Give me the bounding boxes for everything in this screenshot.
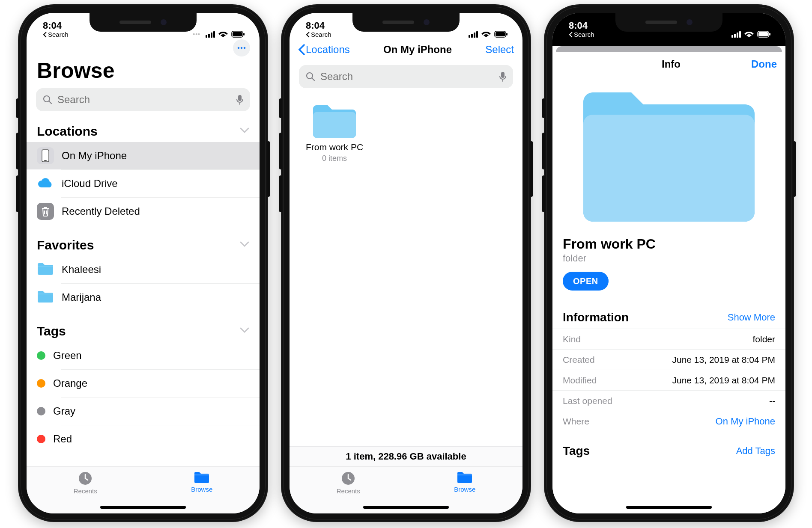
tag-item[interactable]: Red [27, 425, 260, 453]
search-field[interactable] [299, 65, 513, 88]
folder-icon [37, 290, 54, 305]
search-input[interactable] [57, 94, 231, 106]
svg-rect-8 [238, 95, 242, 101]
more-button[interactable] [233, 39, 250, 56]
tags-header: Tags [37, 324, 66, 338]
svg-point-4 [241, 47, 243, 49]
folder-icon [194, 471, 210, 484]
wifi-icon [481, 31, 491, 38]
tag-item[interactable]: Green [27, 342, 260, 369]
tab-recents[interactable]: Recents [74, 471, 97, 495]
battery-icon [494, 31, 508, 38]
more-dots-icon: ••• [193, 31, 200, 38]
location-icloud-drive[interactable]: iCloud Drive [27, 170, 260, 197]
cellular-icon [731, 31, 741, 38]
tag-dot-icon [37, 379, 45, 388]
clock-icon [78, 471, 93, 486]
chevron-down-icon[interactable] [240, 241, 249, 249]
chevron-down-icon[interactable] [240, 128, 249, 135]
open-button[interactable]: OPEN [563, 272, 609, 291]
svg-line-7 [49, 101, 51, 104]
svg-rect-21 [457, 475, 472, 475]
home-indicator[interactable] [363, 506, 449, 509]
folder-preview-icon [575, 85, 763, 230]
back-button[interactable]: Locations [298, 44, 350, 56]
search-icon [306, 72, 315, 81]
svg-rect-14 [496, 32, 505, 36]
page-title: Browse [27, 56, 260, 88]
cellular-icon [206, 31, 215, 38]
folder-item[interactable]: From work PC 0 items [298, 103, 371, 163]
tag-dot-icon [37, 407, 45, 415]
svg-rect-15 [506, 33, 508, 36]
mic-icon[interactable] [499, 71, 506, 82]
search-input[interactable] [320, 71, 494, 83]
cloud-icon [37, 175, 54, 192]
chevron-left-icon [298, 44, 305, 55]
search-icon [43, 95, 52, 104]
select-button[interactable]: Select [485, 44, 514, 56]
folder-icon [457, 471, 473, 484]
sheet-title: Info [591, 58, 751, 70]
tab-browse[interactable]: Browse [191, 471, 212, 493]
cellular-icon [469, 31, 478, 38]
show-more-link[interactable]: Show More [728, 312, 775, 323]
nav-title: On My iPhone [350, 44, 486, 56]
svg-rect-18 [501, 72, 505, 78]
svg-rect-10 [44, 160, 47, 161]
svg-point-16 [307, 73, 313, 79]
svg-rect-25 [583, 115, 755, 222]
tag-dot-icon [37, 435, 45, 443]
status-back-link[interactable]: Search [306, 31, 331, 38]
status-time: 8:04 [43, 21, 69, 30]
wifi-icon [744, 31, 754, 38]
status-time: 8:04 [569, 21, 594, 30]
svg-rect-2 [243, 33, 245, 36]
folder-icon [310, 103, 358, 140]
favorite-item[interactable]: Marijana [27, 284, 260, 311]
done-button[interactable]: Done [751, 58, 777, 70]
iphone-icon [37, 147, 54, 164]
favorite-item[interactable]: Khaleesi [27, 256, 260, 283]
location-on-my-iphone[interactable]: On My iPhone [27, 142, 260, 169]
information-header: Information [563, 311, 629, 324]
tag-dot-icon [37, 351, 45, 360]
svg-rect-9 [42, 150, 49, 162]
battery-icon [231, 31, 245, 38]
clock-icon [341, 471, 355, 486]
svg-rect-23 [758, 32, 768, 36]
item-kind: folder [563, 253, 775, 264]
battery-icon [757, 31, 771, 38]
locations-header: Locations [37, 124, 98, 139]
storage-status: 1 item, 228.96 GB available [290, 446, 522, 466]
svg-rect-24 [769, 33, 770, 36]
svg-rect-12 [194, 475, 209, 475]
info-row-last-opened: Last opened-- [552, 390, 785, 411]
info-row-modified: ModifiedJune 13, 2019 at 8:04 PM [552, 370, 785, 390]
add-tags-link[interactable]: Add Tags [736, 445, 775, 457]
tab-browse[interactable]: Browse [454, 471, 475, 493]
tab-recents[interactable]: Recents [337, 471, 360, 495]
tags-header: Tags [563, 444, 590, 458]
status-time: 8:04 [306, 21, 331, 30]
svg-rect-1 [233, 32, 242, 36]
status-back-link[interactable]: Search [43, 31, 69, 38]
info-row-created: CreatedJune 13, 2019 at 8:04 PM [552, 349, 785, 370]
search-field[interactable] [36, 88, 250, 111]
svg-rect-19 [313, 112, 356, 138]
home-indicator[interactable] [626, 506, 712, 509]
item-name: From work PC [563, 236, 775, 252]
status-back-link[interactable]: Search [569, 31, 594, 38]
phone-frame: 8:04 Search Info Done [544, 4, 794, 522]
chevron-down-icon[interactable] [240, 327, 249, 335]
svg-line-17 [312, 78, 314, 80]
mic-icon[interactable] [236, 95, 243, 105]
tag-item[interactable]: Gray [27, 397, 260, 425]
location-recently-deleted[interactable]: Recently Deleted [27, 198, 260, 225]
info-row-where[interactable]: WhereOn My iPhone [552, 411, 785, 431]
phone-frame: 8:04 Search Locations On My iPhone Selec… [281, 4, 531, 522]
folder-icon [37, 262, 54, 277]
wifi-icon [218, 31, 228, 38]
home-indicator[interactable] [100, 506, 186, 509]
tag-item[interactable]: Orange [27, 370, 260, 397]
